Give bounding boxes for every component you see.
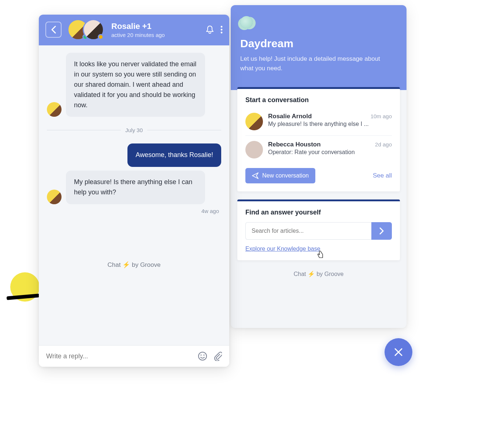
kb-link-label: Explore our Knowledge base: [245, 246, 320, 252]
message-timestamp: 4w ago: [47, 208, 219, 214]
answers-card: Find an answer yourself Explore our Know…: [237, 199, 400, 260]
home-header: Daydream Let us help! Just include a det…: [231, 5, 407, 90]
reply-bar: [39, 345, 229, 367]
groove-branding[interactable]: Chat ⚡ by Groove: [231, 268, 407, 283]
cursor-hand-icon: [317, 251, 324, 259]
kebab-menu-icon: [220, 25, 223, 34]
message-bubble: My pleasure! Is there anything else I ca…: [66, 171, 205, 204]
kb-search-button[interactable]: [371, 222, 392, 240]
kb-search-input[interactable]: [245, 222, 371, 240]
chevron-right-icon: [379, 227, 384, 235]
message-outgoing: Awesome, thanks Rosalie!: [47, 143, 221, 167]
widget-home: Daydream Let us help! Just include a det…: [231, 5, 407, 328]
brand-logo: [240, 16, 253, 29]
chat-window: Rosalie +1 active 20 minutes ago It look…: [39, 15, 229, 367]
close-widget-button[interactable]: [385, 338, 412, 366]
back-button[interactable]: [45, 22, 62, 38]
chat-title: Rosalie +1: [111, 22, 201, 31]
card-title: Find an answer yourself: [245, 209, 392, 216]
date-label: July 30: [125, 127, 143, 133]
brand-suffix: by Groove: [130, 261, 160, 268]
conversation-time: 10m ago: [371, 113, 392, 119]
bell-icon: [206, 25, 214, 34]
paperclip-icon: [213, 351, 222, 361]
chevron-left-icon: [51, 26, 56, 34]
svg-point-5: [203, 354, 204, 355]
avatar: [47, 102, 62, 117]
chat-header: Rosalie +1 active 20 minutes ago: [39, 15, 229, 45]
conversation-preview: Operator: Rate your conversation: [268, 149, 392, 156]
conversation-preview: My pleasure! Is there anything else I ..…: [268, 121, 392, 127]
message-incoming: My pleasure! Is there anything else I ca…: [47, 171, 221, 204]
brand-name: Daydream: [240, 37, 397, 50]
smiley-icon: [198, 351, 207, 361]
new-conversation-label: New conversation: [262, 172, 309, 179]
conversations-card: Start a conversation Rosalie Arnold 10m …: [237, 87, 400, 191]
status-away-icon: [98, 34, 104, 40]
attach-button[interactable]: [213, 351, 222, 361]
send-icon: [252, 172, 259, 179]
message-bubble: Awesome, thanks Rosalie!: [127, 143, 221, 167]
svg-point-2: [221, 32, 223, 34]
reply-input[interactable]: [46, 352, 193, 360]
brand-prefix: Chat: [294, 271, 308, 277]
conversation-item[interactable]: Rebecca Houston 2d ago Operator: Rate yo…: [245, 135, 392, 161]
avatar: [245, 141, 263, 158]
conversation-name: Rosalie Arnold: [268, 113, 312, 120]
message-bubble: It looks like you nerver validated the e…: [66, 53, 205, 117]
svg-point-4: [200, 354, 201, 355]
close-icon: [394, 347, 403, 357]
card-title: Start a conversation: [245, 96, 392, 104]
avatar: [47, 190, 62, 204]
groove-branding[interactable]: Chat ⚡ by Groove: [47, 254, 221, 271]
decorative-blob: [10, 272, 40, 302]
notifications-button[interactable]: [206, 25, 214, 34]
chat-status: active 20 minutes ago: [111, 32, 201, 38]
conversation-time: 2d ago: [375, 141, 392, 148]
header-text: Rosalie +1 active 20 minutes ago: [111, 22, 201, 38]
kb-explore-link[interactable]: Explore our Knowledge base: [245, 246, 320, 252]
svg-point-0: [221, 26, 223, 28]
brand-suffix: by Groove: [315, 271, 344, 277]
conversation-name: Rebecca Houston: [268, 141, 321, 148]
lightning-icon: ⚡: [308, 271, 315, 277]
date-divider: July 30: [47, 127, 221, 133]
avatar-rebecca: [83, 19, 104, 40]
svg-point-3: [198, 352, 207, 360]
svg-point-1: [221, 29, 223, 31]
see-all-link[interactable]: See all: [373, 172, 392, 179]
message-incoming: It looks like you nerver validated the e…: [47, 53, 221, 117]
avatar: [245, 113, 263, 130]
home-subtitle: Let us help! Just include a detailed mes…: [240, 54, 394, 73]
lightning-icon: ⚡: [122, 261, 130, 268]
more-menu-button[interactable]: [220, 25, 223, 34]
new-conversation-button[interactable]: New conversation: [245, 168, 315, 183]
chat-body: It looks like you nerver validated the e…: [39, 45, 229, 345]
emoji-button[interactable]: [198, 351, 207, 361]
brand-prefix: Chat: [108, 261, 123, 268]
conversation-item[interactable]: Rosalie Arnold 10m ago My pleasure! Is t…: [245, 110, 392, 133]
participant-avatars: [67, 19, 104, 40]
